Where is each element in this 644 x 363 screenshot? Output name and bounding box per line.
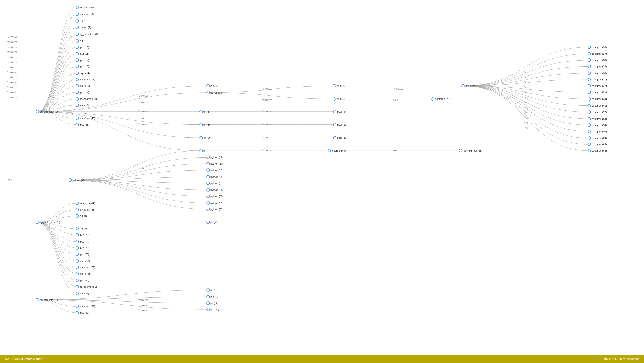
node-ls-9: ls (9) xyxy=(76,39,85,42)
node-circle xyxy=(459,149,462,152)
edge-label-31: fork xyxy=(524,81,528,84)
node-circle xyxy=(206,175,210,178)
node-label: sed (19) xyxy=(80,104,89,107)
node-circle xyxy=(588,52,591,56)
node-expr-79: expr (79) xyxy=(76,272,90,275)
node-ldconfig-real-48: ldconfig.real (48) xyxy=(459,149,482,152)
node-postgres-53: postgres (53) xyxy=(588,117,607,120)
node-label: ldconfig (48) xyxy=(332,149,346,152)
node-label: postgres (32) xyxy=(592,84,607,87)
node-circle xyxy=(76,311,79,314)
node-circle xyxy=(76,292,79,295)
node-circle xyxy=(588,143,591,146)
node-label: psql (40) xyxy=(337,136,347,139)
node-label: basename (81) xyxy=(80,285,97,288)
node-postgres-54: postgres (54) xyxy=(588,124,607,127)
node-label: pg_lsclusters (8) xyxy=(80,33,98,36)
node-psql-37: psql (37) xyxy=(333,123,347,126)
node-label: postgres (27) xyxy=(592,52,607,55)
node-circle xyxy=(206,156,210,159)
node-label: postgres (28) xyxy=(592,59,607,62)
node-label: postgres (64) xyxy=(592,149,607,152)
edge-label-13: fork+exec xyxy=(138,94,148,97)
node-circle xyxy=(588,104,591,107)
node-circle xyxy=(588,58,591,62)
node-circle xyxy=(76,78,79,81)
edge-label-23: fork+exec xyxy=(262,149,272,152)
node-circle xyxy=(588,117,591,120)
node-tput-11: tput (11) xyxy=(76,52,89,56)
node-circle xyxy=(206,295,210,298)
node-label: postgres (29) xyxy=(592,65,607,68)
node-label: sh (23) xyxy=(337,84,345,87)
node-label: python (55) xyxy=(210,176,224,178)
edge-label-24: exec xyxy=(393,99,398,101)
node-tput-12: tput (12) xyxy=(76,58,89,62)
node-circle xyxy=(76,32,79,36)
node-circle xyxy=(588,78,591,81)
node-circle xyxy=(68,178,72,182)
node-label: postgres (31) xyxy=(592,78,607,81)
node-plymouth-78: plymouth (78) xyxy=(76,266,95,269)
node-circle xyxy=(76,26,79,29)
node-sh-23: sh (23) xyxy=(333,84,345,88)
node-basename-81: basename (81) xyxy=(76,285,97,288)
node-label: postgres (35) xyxy=(592,91,607,94)
node-tput-80: tput (80) xyxy=(76,279,89,282)
node-circle xyxy=(333,123,336,126)
node-circle xyxy=(333,110,336,113)
node-circle xyxy=(206,91,210,94)
node-circle xyxy=(206,162,210,165)
node-plymouth-88: plymouth (88) xyxy=(76,305,95,308)
node-label: pg_ctl (87) xyxy=(210,308,222,311)
node-circle xyxy=(76,72,79,75)
edge-label-39: fork xyxy=(524,122,528,124)
node-label: tput (17) xyxy=(80,91,89,94)
node-postgres-27: postgres (27) xyxy=(588,52,607,56)
node-label: tput (80) xyxy=(80,279,89,282)
node-label: sed (82) xyxy=(80,292,89,295)
node-circle xyxy=(588,130,591,133)
node-circle xyxy=(588,65,591,68)
node-label: postgres (52) xyxy=(592,111,607,114)
edge-label-35: fork xyxy=(524,101,528,104)
node-pg_ctl-87: pg_ctl (87) xyxy=(206,308,222,311)
node-pg_ctl-22: pg_ctl (22) xyxy=(206,91,222,94)
edge-label-36: fork xyxy=(524,106,528,109)
node-tput-89: tput (89) xyxy=(76,311,89,314)
edge-label-10: fork+exec xyxy=(7,86,17,89)
node-label: postgres (59) xyxy=(592,136,607,140)
node-circle xyxy=(76,266,79,269)
node-circle xyxy=(588,97,591,100)
node-pg_ctlcluster-83: pg_ctlcluster (83) xyxy=(36,298,60,302)
node-postgres-38: postgres (38) xyxy=(588,97,607,100)
node-circle xyxy=(588,90,591,94)
node-postgres-64: postgres (64) xyxy=(588,149,607,152)
node-label: postgres (54) xyxy=(592,124,607,126)
node-label: tput (13) xyxy=(80,65,89,68)
node-circle xyxy=(36,220,39,224)
node-circle xyxy=(588,72,591,75)
node-label: run-parts (67) xyxy=(80,202,95,205)
node-label: ldconfig.real (48) xyxy=(463,149,482,152)
node-python-61: python (61) xyxy=(206,202,224,205)
node-tput-75: tput (75) xyxy=(76,246,89,250)
node-plymouth-5: plymouth (5) xyxy=(76,13,94,16)
node-label: tput (43) xyxy=(80,123,89,126)
edge-label-43: fork+exec xyxy=(138,309,148,312)
node-plymouth-15: plymouth (15) xyxy=(76,78,95,81)
node-circle xyxy=(76,202,79,205)
node-label: postgres (30) xyxy=(592,72,607,74)
node-label: plymouth (5) xyxy=(80,13,94,16)
node-label: ps (84) xyxy=(210,288,218,292)
node-circle xyxy=(76,58,79,62)
edge-label-30: fork xyxy=(524,76,528,78)
node-circle xyxy=(206,182,210,185)
node-circle xyxy=(206,302,210,305)
node-sh-47: sh (47) xyxy=(200,149,212,152)
edge-label-32: fork xyxy=(524,86,528,89)
edge-label-41: fork+exec xyxy=(138,299,148,301)
node-postgres-31: postgres (31) xyxy=(588,78,607,81)
node-run-parts-67: run-parts (67) xyxy=(76,202,95,205)
node-tput-74: tput (74) xyxy=(76,240,89,243)
